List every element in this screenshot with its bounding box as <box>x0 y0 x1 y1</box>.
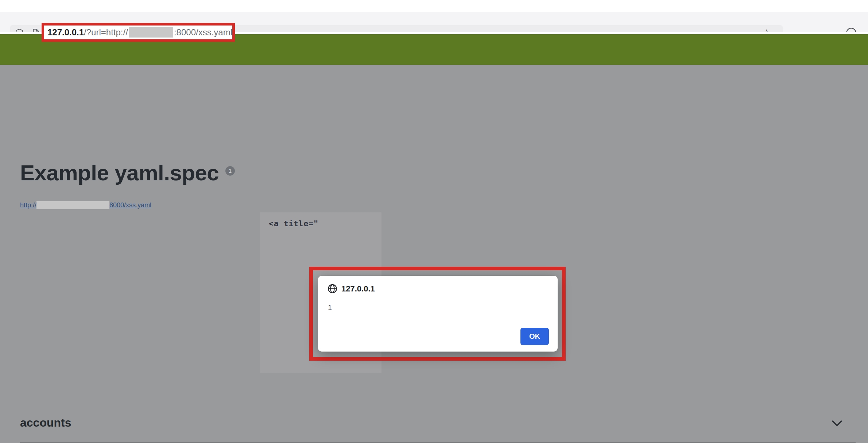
window-top-strip <box>0 0 868 12</box>
ok-button[interactable]: OK <box>520 328 549 345</box>
globe-icon <box>328 284 337 294</box>
page-content: Example yaml.spec 1 http://8000/xss.yaml… <box>0 65 868 443</box>
url-redaction <box>129 27 173 38</box>
dialog-origin: 127.0.0.1 <box>341 284 375 294</box>
alert-dialog: 127.0.0.1 1 OK <box>318 276 558 352</box>
url-annotation-box[interactable]: 127.0.0.1/?url=http://:8000/xss.yaml <box>42 23 235 42</box>
dialog-header: 127.0.0.1 <box>328 284 375 294</box>
spec-link-redaction <box>36 201 109 209</box>
spec-link-prefix: http:// <box>20 201 36 209</box>
dialog-message: 1 <box>328 303 332 312</box>
spec-link-tail: 8000/xss.yaml <box>109 201 151 209</box>
api-title: Example yaml.spec <box>20 160 219 185</box>
xss-open-fragment: <a title=" <box>269 219 318 228</box>
url-domain: 127.0.0.1 <box>47 27 84 38</box>
accounts-section-title[interactable]: accounts <box>20 416 71 430</box>
url-tail: :8000/xss.yaml <box>174 27 232 38</box>
version-badge: 1 <box>225 166 235 176</box>
browser-toolbar: 127.0.0.1/?url=http://:8000/xss.yaml ☆ <box>0 12 868 32</box>
url-query: /?url=http:// <box>84 27 128 38</box>
spec-link[interactable]: http://8000/xss.yaml <box>20 201 151 209</box>
screen: 127.0.0.1/?url=http://:8000/xss.yaml ☆ {… <box>0 0 868 443</box>
chevron-down-icon[interactable] <box>831 418 843 428</box>
